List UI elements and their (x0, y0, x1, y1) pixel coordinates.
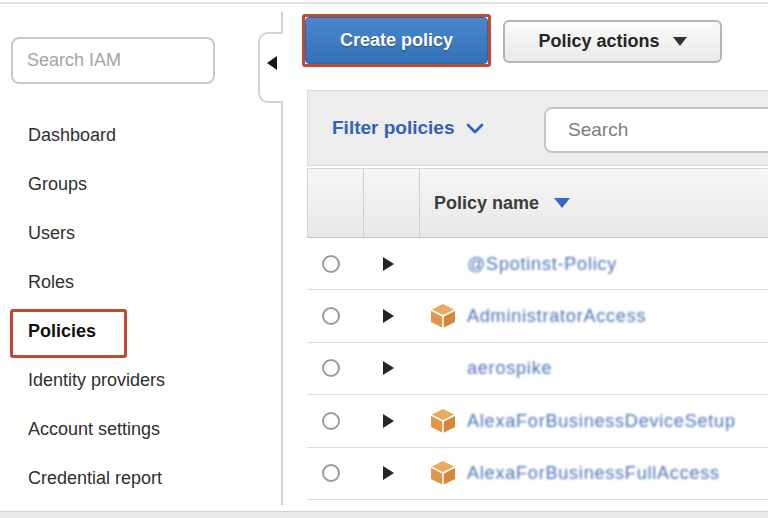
row-radio-button[interactable] (322, 464, 340, 482)
table-row: AdministratorAccess (307, 290, 768, 342)
search-iam-input[interactable] (11, 37, 215, 84)
sidebar-item-users[interactable]: Users (28, 209, 165, 258)
expand-row-icon[interactable] (383, 466, 394, 480)
table-header: Policy name (307, 168, 768, 238)
create-policy-button[interactable]: Create policy (305, 17, 488, 64)
row-radio-button[interactable] (322, 255, 340, 273)
collapse-left-arrow-icon (267, 56, 277, 70)
filter-policies-label: Filter policies (332, 117, 454, 139)
bottom-border (0, 511, 768, 518)
expand-row-icon[interactable] (383, 414, 394, 428)
policy-actions-button[interactable]: Policy actions (503, 20, 722, 63)
aws-managed-policy-icon (430, 303, 456, 329)
expand-row-icon[interactable] (383, 361, 394, 375)
sidebar-item-identity-providers[interactable]: Identity providers (28, 356, 165, 405)
policy-search-input[interactable] (568, 119, 768, 141)
table-row: AlexaForBusinessDeviceSetup (307, 395, 768, 447)
sidebar-collapse-handle[interactable] (258, 32, 283, 103)
policy-name-link[interactable]: @Spotinst-Policy (467, 253, 617, 274)
row-radio-button[interactable] (322, 412, 340, 430)
sidebar-item-credential-report[interactable]: Credential report (28, 454, 165, 503)
policy-name-link[interactable]: AdministratorAccess (467, 306, 646, 327)
sidebar-item-policies[interactable]: Policies (28, 307, 165, 356)
table-row: @Spotinst-Policy (307, 238, 768, 290)
sidebar-item-groups[interactable]: Groups (28, 160, 165, 209)
sidebar-item-account-settings[interactable]: Account settings (28, 405, 165, 454)
policy-table: @Spotinst-Policy AdministratorAccess aer… (307, 238, 768, 500)
policy-name-link[interactable]: aerospike (467, 358, 552, 379)
filter-toolbar: Filter policies (307, 90, 768, 166)
sort-desc-icon (554, 198, 570, 208)
expand-row-icon[interactable] (383, 257, 394, 271)
policy-name-header-label: Policy name (434, 193, 539, 214)
row-radio-button[interactable] (322, 359, 340, 377)
aws-managed-policy-icon (430, 408, 456, 434)
table-row: aerospike (307, 343, 768, 395)
expand-row-icon[interactable] (383, 309, 394, 323)
sidebar-nav: Dashboard Groups Users Roles Policies Id… (28, 111, 165, 503)
sidebar-item-dashboard[interactable]: Dashboard (28, 111, 165, 160)
policy-search-box[interactable] (544, 107, 768, 153)
column-separator (419, 169, 420, 237)
policy-name-column-header[interactable]: Policy name (434, 169, 570, 237)
policy-name-link[interactable]: AlexaForBusinessDeviceSetup (467, 410, 736, 431)
chevron-down-icon (466, 123, 484, 134)
aws-managed-policy-icon (430, 460, 456, 486)
top-border (0, 2, 768, 4)
filter-policies-dropdown[interactable]: Filter policies (332, 91, 484, 165)
column-separator (363, 169, 364, 237)
caret-down-icon (673, 37, 687, 46)
sidebar-item-roles[interactable]: Roles (28, 258, 165, 307)
row-radio-button[interactable] (322, 307, 340, 325)
table-row: AlexaForBusinessFullAccess (307, 448, 768, 500)
policy-actions-label: Policy actions (538, 31, 659, 52)
policy-name-link[interactable]: AlexaForBusinessFullAccess (467, 463, 720, 484)
